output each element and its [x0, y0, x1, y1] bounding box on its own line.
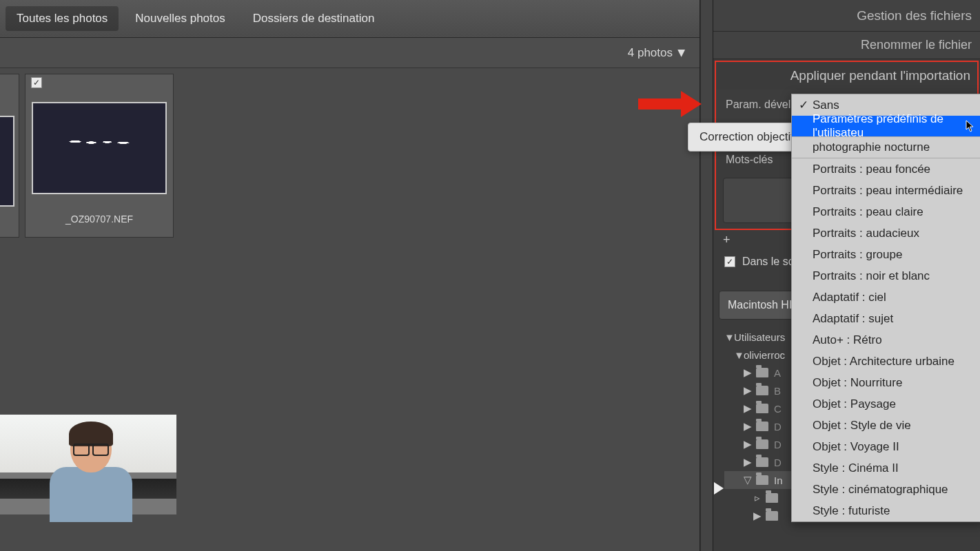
presenter-overlay: [0, 415, 176, 514]
annotation-arrow: [638, 91, 707, 116]
presenter-video: [0, 415, 176, 514]
chevron-right-icon: ▶: [744, 456, 752, 468]
chevron-down-icon: ▽: [744, 474, 752, 486]
preset-menu-item[interactable]: Portraits : groupe: [792, 244, 980, 265]
preset-menu-item[interactable]: Style : futuriste: [792, 500, 980, 521]
chevron-right-icon: ▹: [753, 492, 762, 504]
tab-new-photos[interactable]: Nouvelles photos: [124, 6, 236, 31]
folder-icon: [766, 493, 778, 503]
chevron-right-icon: ▶: [753, 510, 762, 522]
photo-count-label: 4 photos: [628, 46, 673, 60]
preset-menu-item[interactable]: Style : Cinéma II: [792, 457, 980, 479]
panel-collapse-handle-icon[interactable]: [714, 482, 724, 495]
view-tabs: Toutes les photos Nouvelles photos Dossi…: [0, 0, 700, 38]
main-area: Toutes les photos Nouvelles photos Dossi…: [0, 0, 700, 551]
panel-apply-header[interactable]: Appliquer pendant l'importation: [716, 62, 977, 90]
preset-menu-item[interactable]: Portraits : audacieux: [792, 222, 980, 244]
thumbnail-image: [0, 116, 14, 207]
preset-menu-item[interactable]: Objet : Nourriture: [792, 372, 980, 393]
mouse-cursor-icon: [966, 120, 975, 132]
folder-icon: [766, 511, 778, 521]
preset-menu-item[interactable]: Objet : Architecture urbaine: [792, 351, 980, 372]
sort-triangle-icon: ▶: [677, 49, 688, 56]
preset-menu-item[interactable]: Adaptatif : ciel: [792, 287, 980, 308]
main-scrollbar[interactable]: [700, 0, 713, 551]
thumbnail-card[interactable]: ✓ 3764.NEF: [0, 74, 19, 238]
develop-preset-menu: Sans Paramètres prédéfinis de l'utilisat…: [791, 94, 980, 522]
app-root: Toutes les photos Nouvelles photos Dossi…: [0, 0, 980, 551]
chevron-right-icon: ▶: [744, 438, 752, 450]
panel-file-management[interactable]: Gestion des fichiers: [713, 0, 980, 32]
thumbnail-card[interactable]: ✓ _OZ90707.NEF: [25, 74, 174, 238]
thumbnail-filename: _OZ90707.NEF: [25, 214, 173, 225]
preset-menu-item[interactable]: Adaptatif : sujet: [792, 308, 980, 329]
folder-icon: [756, 404, 768, 413]
into-subfolder-label: Dans le so: [742, 256, 795, 268]
into-subfolder-checkbox[interactable]: ✓: [724, 256, 735, 267]
preset-menu-item[interactable]: Portraits : peau foncée: [792, 158, 980, 180]
chevron-down-icon: ▼: [734, 349, 742, 361]
preset-menu-item-user-presets[interactable]: Paramètres prédéfinis de l'utilisateu: [792, 116, 980, 137]
preset-menu-item[interactable]: Objet : Paysage: [792, 393, 980, 415]
folder-icon: [756, 475, 768, 485]
folder-icon: [756, 368, 768, 377]
chevron-right-icon: ▶: [744, 402, 752, 415]
photo-count-bar[interactable]: 4 photos ▶: [0, 38, 700, 68]
chevron-down-icon: ▼: [724, 331, 733, 343]
preset-menu-item[interactable]: Auto+ : Rétro: [792, 329, 980, 351]
tab-destination-folders[interactable]: Dossiers de destination: [242, 6, 386, 31]
preset-menu-item[interactable]: Objet : Style de vie: [792, 415, 980, 436]
preset-tooltip: Correction objectif: [688, 123, 806, 152]
tab-all-photos[interactable]: Toutes les photos: [6, 6, 119, 31]
preset-menu-item[interactable]: Portraits : peau claire: [792, 201, 980, 222]
panel-rename-file[interactable]: Renommer le fichier: [713, 32, 980, 59]
folder-icon: [756, 457, 768, 467]
chevron-right-icon: ▶: [744, 420, 752, 433]
folder-icon: [756, 422, 768, 431]
thumbnail-image: [32, 102, 167, 194]
plus-icon: +: [723, 233, 731, 247]
preset-menu-item[interactable]: Style : cinématographique: [792, 479, 980, 500]
chevron-right-icon: ▶: [744, 366, 752, 379]
preset-menu-item[interactable]: Portraits : noir et blanc: [792, 265, 980, 287]
preset-menu-item[interactable]: Portraits : peau intermédiaire: [792, 180, 980, 201]
folder-icon: [756, 439, 768, 449]
thumbnail-filename: 3764.NEF: [0, 226, 19, 237]
thumbnail-checkbox[interactable]: ✓: [31, 77, 42, 88]
chevron-right-icon: ▶: [744, 384, 752, 397]
preset-menu-item[interactable]: photographie nocturne: [792, 137, 980, 158]
preset-menu-item[interactable]: Objet : Voyage II: [792, 436, 980, 457]
folder-icon: [756, 386, 768, 395]
